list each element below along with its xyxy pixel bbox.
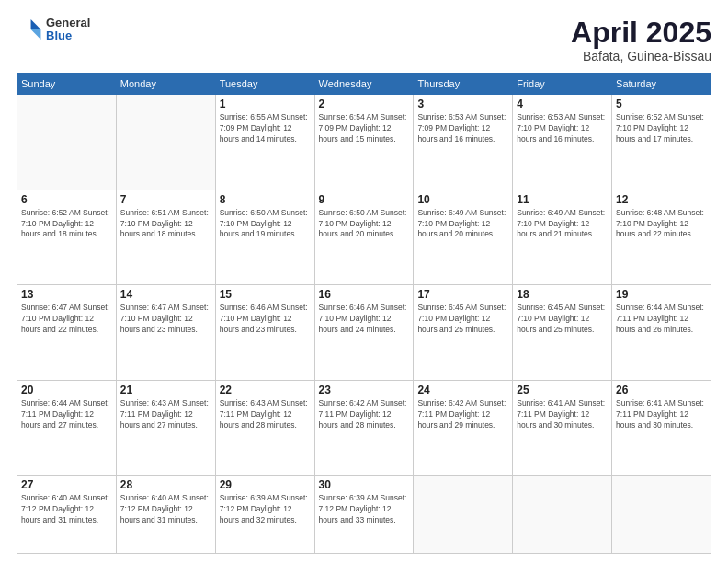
table-row: 12Sunrise: 6:48 AM Sunset: 7:10 PM Dayli… bbox=[612, 190, 711, 285]
day-info: Sunrise: 6:45 AM Sunset: 7:10 PM Dayligh… bbox=[417, 303, 508, 336]
calendar-week-row: 1Sunrise: 6:55 AM Sunset: 7:09 PM Daylig… bbox=[17, 95, 711, 190]
day-info: Sunrise: 6:50 AM Sunset: 7:10 PM Dayligh… bbox=[319, 208, 410, 241]
svg-marker-1 bbox=[31, 29, 41, 40]
table-row: 19Sunrise: 6:44 AM Sunset: 7:11 PM Dayli… bbox=[612, 285, 711, 381]
table-row: 5Sunrise: 6:52 AM Sunset: 7:10 PM Daylig… bbox=[612, 95, 711, 190]
location-subtitle: Bafata, Guinea-Bissau bbox=[571, 49, 711, 63]
day-number: 13 bbox=[21, 288, 112, 301]
day-info: Sunrise: 6:50 AM Sunset: 7:10 PM Dayligh… bbox=[220, 208, 311, 241]
table-row bbox=[116, 95, 215, 190]
header-monday: Monday bbox=[116, 74, 215, 95]
day-info: Sunrise: 6:40 AM Sunset: 7:12 PM Dayligh… bbox=[120, 493, 211, 526]
day-number: 26 bbox=[616, 384, 707, 396]
header-sunday: Sunday bbox=[17, 74, 117, 95]
table-row: 21Sunrise: 6:43 AM Sunset: 7:11 PM Dayli… bbox=[116, 380, 215, 476]
calendar-week-row: 27Sunrise: 6:40 AM Sunset: 7:12 PM Dayli… bbox=[17, 476, 711, 554]
calendar-week-row: 6Sunrise: 6:52 AM Sunset: 7:10 PM Daylig… bbox=[17, 190, 711, 285]
day-info: Sunrise: 6:39 AM Sunset: 7:12 PM Dayligh… bbox=[220, 493, 311, 526]
table-row: 3Sunrise: 6:53 AM Sunset: 7:09 PM Daylig… bbox=[414, 95, 513, 190]
day-number: 25 bbox=[517, 384, 608, 396]
table-row: 18Sunrise: 6:45 AM Sunset: 7:10 PM Dayli… bbox=[513, 285, 612, 381]
table-row: 22Sunrise: 6:43 AM Sunset: 7:11 PM Dayli… bbox=[215, 380, 314, 476]
day-number: 16 bbox=[319, 288, 410, 301]
table-row bbox=[17, 95, 117, 190]
table-row: 24Sunrise: 6:42 AM Sunset: 7:11 PM Dayli… bbox=[414, 380, 513, 476]
day-info: Sunrise: 6:42 AM Sunset: 7:11 PM Dayligh… bbox=[417, 398, 508, 431]
day-info: Sunrise: 6:42 AM Sunset: 7:11 PM Dayligh… bbox=[319, 398, 410, 431]
day-info: Sunrise: 6:55 AM Sunset: 7:09 PM Dayligh… bbox=[220, 112, 311, 145]
day-info: Sunrise: 6:49 AM Sunset: 7:10 PM Dayligh… bbox=[417, 208, 508, 241]
day-number: 18 bbox=[517, 288, 608, 301]
day-info: Sunrise: 6:52 AM Sunset: 7:10 PM Dayligh… bbox=[21, 208, 112, 241]
day-number: 7 bbox=[120, 193, 211, 206]
header: General Blue April 2025 Bafata, Guinea-B… bbox=[17, 17, 711, 63]
table-row: 17Sunrise: 6:45 AM Sunset: 7:10 PM Dayli… bbox=[414, 285, 513, 381]
day-info: Sunrise: 6:53 AM Sunset: 7:09 PM Dayligh… bbox=[417, 112, 508, 145]
table-row: 20Sunrise: 6:44 AM Sunset: 7:11 PM Dayli… bbox=[17, 380, 117, 476]
day-info: Sunrise: 6:46 AM Sunset: 7:10 PM Dayligh… bbox=[220, 303, 311, 336]
table-row: 26Sunrise: 6:41 AM Sunset: 7:11 PM Dayli… bbox=[612, 380, 711, 476]
day-info: Sunrise: 6:41 AM Sunset: 7:11 PM Dayligh… bbox=[517, 398, 608, 431]
day-number: 9 bbox=[319, 193, 410, 206]
day-number: 12 bbox=[616, 193, 707, 206]
table-row: 8Sunrise: 6:50 AM Sunset: 7:10 PM Daylig… bbox=[215, 190, 314, 285]
day-info: Sunrise: 6:43 AM Sunset: 7:11 PM Dayligh… bbox=[220, 398, 311, 431]
day-number: 24 bbox=[417, 384, 508, 396]
day-number: 19 bbox=[616, 288, 707, 301]
day-info: Sunrise: 6:49 AM Sunset: 7:10 PM Dayligh… bbox=[517, 208, 608, 241]
day-info: Sunrise: 6:53 AM Sunset: 7:10 PM Dayligh… bbox=[517, 112, 608, 145]
table-row: 13Sunrise: 6:47 AM Sunset: 7:10 PM Dayli… bbox=[17, 285, 117, 381]
day-number: 10 bbox=[417, 193, 508, 206]
header-friday: Friday bbox=[513, 74, 612, 95]
day-number: 17 bbox=[417, 288, 508, 301]
logo-text: General Blue bbox=[46, 17, 90, 43]
page: General Blue April 2025 Bafata, Guinea-B… bbox=[0, 0, 728, 563]
day-number: 21 bbox=[120, 384, 211, 396]
table-row: 11Sunrise: 6:49 AM Sunset: 7:10 PM Dayli… bbox=[513, 190, 612, 285]
logo-general-text: General bbox=[46, 17, 90, 29]
day-info: Sunrise: 6:41 AM Sunset: 7:11 PM Dayligh… bbox=[616, 398, 707, 431]
table-row: 23Sunrise: 6:42 AM Sunset: 7:11 PM Dayli… bbox=[314, 380, 414, 476]
day-number: 8 bbox=[220, 193, 311, 206]
day-info: Sunrise: 6:43 AM Sunset: 7:11 PM Dayligh… bbox=[120, 398, 211, 431]
table-row: 10Sunrise: 6:49 AM Sunset: 7:10 PM Dayli… bbox=[414, 190, 513, 285]
day-info: Sunrise: 6:52 AM Sunset: 7:10 PM Dayligh… bbox=[616, 112, 707, 145]
table-row: 29Sunrise: 6:39 AM Sunset: 7:12 PM Dayli… bbox=[215, 476, 314, 554]
table-row: 14Sunrise: 6:47 AM Sunset: 7:10 PM Dayli… bbox=[116, 285, 215, 381]
table-row: 9Sunrise: 6:50 AM Sunset: 7:10 PM Daylig… bbox=[314, 190, 414, 285]
table-row: 30Sunrise: 6:39 AM Sunset: 7:12 PM Dayli… bbox=[314, 476, 414, 554]
day-number: 23 bbox=[319, 384, 410, 396]
day-info: Sunrise: 6:40 AM Sunset: 7:12 PM Dayligh… bbox=[21, 493, 112, 526]
day-number: 6 bbox=[21, 193, 112, 206]
day-info: Sunrise: 6:39 AM Sunset: 7:12 PM Dayligh… bbox=[319, 493, 410, 526]
logo-blue-text: Blue bbox=[46, 29, 90, 42]
day-info: Sunrise: 6:45 AM Sunset: 7:10 PM Dayligh… bbox=[517, 303, 608, 336]
table-row bbox=[414, 476, 513, 554]
day-number: 22 bbox=[220, 384, 311, 396]
day-number: 14 bbox=[120, 288, 211, 301]
title-block: April 2025 Bafata, Guinea-Bissau bbox=[571, 17, 711, 63]
day-number: 2 bbox=[319, 98, 410, 110]
table-row: 1Sunrise: 6:55 AM Sunset: 7:09 PM Daylig… bbox=[215, 95, 314, 190]
weekday-header-row: Sunday Monday Tuesday Wednesday Thursday… bbox=[17, 74, 711, 95]
day-number: 1 bbox=[220, 98, 311, 110]
table-row: 16Sunrise: 6:46 AM Sunset: 7:10 PM Dayli… bbox=[314, 285, 414, 381]
day-number: 15 bbox=[220, 288, 311, 301]
day-info: Sunrise: 6:51 AM Sunset: 7:10 PM Dayligh… bbox=[120, 208, 211, 241]
table-row bbox=[513, 476, 612, 554]
day-info: Sunrise: 6:46 AM Sunset: 7:10 PM Dayligh… bbox=[319, 303, 410, 336]
day-number: 29 bbox=[220, 478, 311, 491]
logo: General Blue bbox=[17, 17, 90, 43]
calendar-week-row: 20Sunrise: 6:44 AM Sunset: 7:11 PM Dayli… bbox=[17, 380, 711, 476]
day-number: 28 bbox=[120, 478, 211, 491]
day-info: Sunrise: 6:47 AM Sunset: 7:10 PM Dayligh… bbox=[21, 303, 112, 336]
table-row: 15Sunrise: 6:46 AM Sunset: 7:10 PM Dayli… bbox=[215, 285, 314, 381]
header-saturday: Saturday bbox=[612, 74, 711, 95]
day-number: 5 bbox=[616, 98, 707, 110]
day-info: Sunrise: 6:54 AM Sunset: 7:09 PM Dayligh… bbox=[319, 112, 410, 145]
table-row: 4Sunrise: 6:53 AM Sunset: 7:10 PM Daylig… bbox=[513, 95, 612, 190]
calendar-table: Sunday Monday Tuesday Wednesday Thursday… bbox=[17, 73, 711, 554]
day-info: Sunrise: 6:48 AM Sunset: 7:10 PM Dayligh… bbox=[616, 208, 707, 241]
header-wednesday: Wednesday bbox=[314, 74, 414, 95]
table-row: 2Sunrise: 6:54 AM Sunset: 7:09 PM Daylig… bbox=[314, 95, 414, 190]
